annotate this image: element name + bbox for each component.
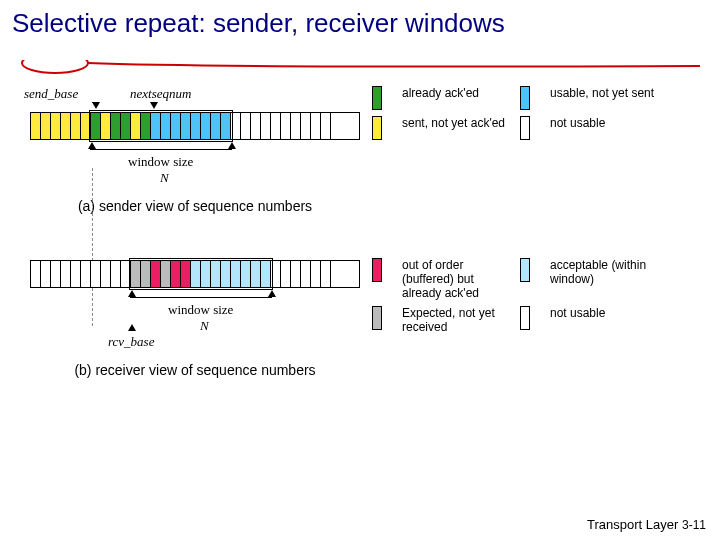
sender-legend: already ack'ed usable, not yet sent sent… xyxy=(372,86,672,140)
seq-cell xyxy=(301,261,311,287)
swatch-notusable2-icon xyxy=(520,306,530,330)
sender-window-frame xyxy=(89,110,233,142)
sender-area: send_base nextseqnum window size N xyxy=(30,86,360,190)
seq-cell xyxy=(331,113,340,139)
seq-cell xyxy=(301,113,311,139)
legend-expected: Expected, not yet received xyxy=(402,306,512,334)
n-label-a: N xyxy=(160,170,169,186)
seq-cell xyxy=(251,113,261,139)
send-base-label: send_base xyxy=(24,86,78,102)
legend-sent: sent, not yet ack'ed xyxy=(402,116,512,130)
seq-cell xyxy=(71,261,81,287)
footer-page: 3-11 xyxy=(682,518,706,532)
legend-notusable2: not usable xyxy=(550,306,670,320)
swatch-acked-icon xyxy=(372,86,382,110)
caption-b: (b) receiver view of sequence numbers xyxy=(30,362,360,378)
swatch-notusable-icon xyxy=(520,116,530,140)
legend-buffered: out of order (buffered) but already ack'… xyxy=(402,258,512,300)
seq-cell xyxy=(261,113,271,139)
receiver-legend: out of order (buffered) but already ack'… xyxy=(372,258,672,334)
window-size-label-a: window size xyxy=(128,154,193,170)
swatch-buffered-icon xyxy=(372,258,382,282)
seq-cell xyxy=(61,261,71,287)
seq-cell xyxy=(41,261,51,287)
swatch-usable-icon xyxy=(520,86,530,110)
seq-cell xyxy=(51,113,61,139)
caption-a: (a) sender view of sequence numbers xyxy=(30,198,360,214)
seq-cell xyxy=(271,113,281,139)
seq-cell xyxy=(311,113,321,139)
seq-cell xyxy=(41,113,51,139)
seq-cell xyxy=(91,261,101,287)
seq-cell xyxy=(81,261,91,287)
seq-cell xyxy=(331,261,340,287)
receiver-window-frame xyxy=(129,258,273,290)
swatch-expected-icon xyxy=(372,306,382,330)
page-title: Selective repeat: sender, receiver windo… xyxy=(0,0,720,41)
receiver-area: window size N rcv_base xyxy=(30,254,360,338)
seq-cell xyxy=(31,261,41,287)
seq-cell xyxy=(241,113,251,139)
seq-cell xyxy=(71,113,81,139)
rcv-base-label: rcv_base xyxy=(108,334,154,350)
seq-cell xyxy=(61,113,71,139)
nextseqnum-label: nextseqnum xyxy=(130,86,191,102)
seq-cell xyxy=(281,261,291,287)
svg-point-0 xyxy=(22,60,88,73)
n-label-b: N xyxy=(200,318,209,334)
seq-cell xyxy=(51,261,61,287)
seq-cell xyxy=(311,261,321,287)
seq-cell xyxy=(281,113,291,139)
seq-cell xyxy=(321,113,331,139)
legend-usable: usable, not yet sent xyxy=(550,86,670,100)
diagram-root: send_base nextseqnum window size N alrea… xyxy=(30,80,680,378)
swatch-sent-icon xyxy=(372,116,382,140)
seq-cell xyxy=(111,261,121,287)
footer: Transport Layer 3-11 xyxy=(587,517,706,532)
legend-already-acked: already ack'ed xyxy=(402,86,512,100)
seq-cell xyxy=(321,261,331,287)
legend-acceptable: acceptable (within window) xyxy=(550,258,670,286)
window-size-label-b: window size xyxy=(168,302,233,318)
footer-chapter: Transport Layer xyxy=(587,517,678,532)
swatch-acceptable-icon xyxy=(520,258,530,282)
seq-cell xyxy=(31,113,41,139)
legend-notusable: not usable xyxy=(550,116,670,130)
seq-cell xyxy=(101,261,111,287)
seq-cell xyxy=(291,113,301,139)
seq-cell xyxy=(291,261,301,287)
